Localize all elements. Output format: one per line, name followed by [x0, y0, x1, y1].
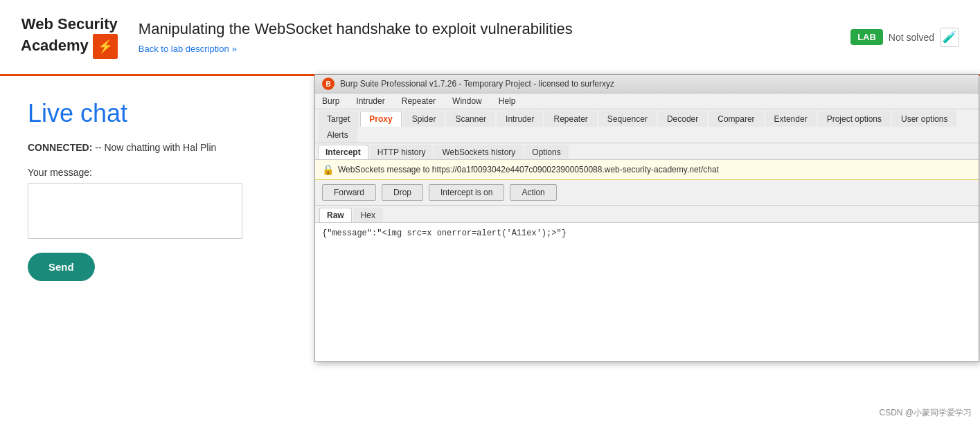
tab-alerts[interactable]: Alerts	[318, 127, 357, 143]
intercept-toggle-button[interactable]: Intercept is on	[429, 184, 504, 201]
tab-repeater[interactable]: Repeater	[544, 111, 596, 127]
lab-title: Manipulating the WebSocket handshake to …	[139, 20, 830, 38]
tab-user-options[interactable]: User options	[892, 111, 956, 127]
menu-burp[interactable]: Burp	[319, 95, 342, 107]
menu-intruder[interactable]: Intruder	[353, 95, 387, 107]
burp-title-text: Burp Suite Professional v1.7.26 - Tempor…	[340, 79, 614, 89]
forward-button[interactable]: Forward	[322, 184, 376, 201]
burp-subtabs: Intercept HTTP history WebSockets histor…	[315, 143, 979, 160]
tab-comparer[interactable]: Comparer	[709, 111, 763, 127]
tab-target[interactable]: Target	[318, 111, 359, 127]
back-to-lab-link[interactable]: Back to lab description »	[139, 44, 830, 54]
send-button[interactable]: Send	[28, 253, 95, 281]
burp-logo-icon: B	[322, 78, 335, 90]
tab-decoder[interactable]: Decoder	[658, 111, 707, 127]
connected-text: -- Now chatting with Hal Plin	[95, 142, 216, 153]
burp-main-tabs: Target Proxy Spider Scanner Intruder Rep…	[315, 109, 979, 143]
subtab-options[interactable]: Options	[524, 145, 568, 159]
tab-spider[interactable]: Spider	[403, 111, 445, 127]
editor-tab-raw[interactable]: Raw	[319, 208, 352, 222]
subtab-intercept[interactable]: Intercept	[318, 145, 368, 159]
lock-icon: 🔒	[322, 164, 334, 175]
tab-scanner[interactable]: Scanner	[446, 111, 495, 127]
live-chat-section: Live chat CONNECTED: -- Now chatting wit…	[0, 78, 312, 302]
flask-icon[interactable]: 🧪	[940, 28, 959, 47]
tab-sequencer[interactable]: Sequencer	[598, 111, 657, 127]
lightning-icon: ⚡	[93, 34, 118, 59]
csdn-watermark: CSDN @小蒙同学爱学习	[871, 403, 980, 423]
editor-tab-hex[interactable]: Hex	[353, 208, 383, 222]
menu-help[interactable]: Help	[496, 95, 519, 107]
burp-editor-content[interactable]: {"message":"<img src=x onerror=alert('A1…	[315, 223, 979, 361]
back-arrow-icon: »	[232, 44, 237, 54]
tab-proxy[interactable]: Proxy	[360, 111, 401, 127]
logo-text-line1: Web Security	[21, 15, 118, 33]
logo-text-line2: Academy	[21, 37, 89, 55]
not-solved-label: Not solved	[889, 32, 934, 43]
menu-repeater[interactable]: Repeater	[399, 95, 438, 107]
subtab-http-history[interactable]: HTTP history	[370, 145, 434, 159]
burp-editor-tabs: Raw Hex	[315, 206, 979, 223]
tab-intruder[interactable]: Intruder	[497, 111, 543, 127]
live-chat-title: Live chat	[28, 99, 284, 128]
subtab-websockets-history[interactable]: WebSockets history	[434, 145, 523, 159]
burp-suite-window: B Burp Suite Professional v1.7.26 - Temp…	[314, 74, 979, 362]
wsa-header: Web Security Academy ⚡ Manipulating the …	[0, 0, 980, 76]
tab-extender[interactable]: Extender	[765, 111, 817, 127]
burp-menubar: Burp Intruder Repeater Window Help	[315, 93, 979, 109]
websocket-banner: 🔒 WebSockets message to https://0a1f0093…	[315, 160, 979, 180]
lab-badge: LAB	[850, 29, 883, 45]
wsa-logo: Web Security Academy ⚡	[21, 15, 118, 58]
menu-window[interactable]: Window	[449, 95, 485, 107]
message-input[interactable]	[28, 183, 242, 239]
connected-label: CONNECTED:	[28, 142, 92, 153]
connected-line: CONNECTED: -- Now chatting with Hal Plin	[28, 142, 284, 153]
drop-button[interactable]: Drop	[382, 184, 423, 201]
lab-title-area: Manipulating the WebSocket handshake to …	[139, 20, 830, 54]
burp-action-buttons: Forward Drop Intercept is on Action	[315, 180, 979, 206]
tab-project-options[interactable]: Project options	[818, 111, 891, 127]
your-message-label: Your message:	[28, 167, 284, 178]
action-button[interactable]: Action	[510, 184, 556, 201]
back-link-text: Back to lab description	[139, 44, 229, 54]
lab-status-area: LAB Not solved 🧪	[850, 28, 959, 47]
ws-banner-text: WebSockets message to https://0a1f009304…	[338, 165, 719, 174]
burp-titlebar: B Burp Suite Professional v1.7.26 - Temp…	[315, 75, 979, 93]
